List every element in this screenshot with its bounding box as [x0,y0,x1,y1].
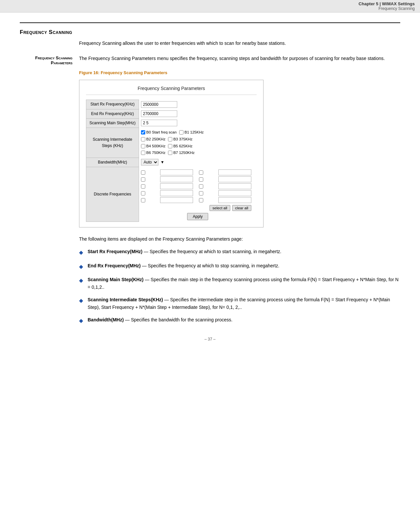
bullet-text-5: Bandwidth(MHz) — Specifies the bandwidth… [88,316,233,323]
checkbox-b1-input[interactable] [179,130,183,134]
checkbox-b7-label: B7 1250KHz [173,149,195,156]
discrete-label: Discrete Frequencies [86,167,139,222]
discrete-input-4a[interactable] [160,190,193,196]
checkbox-b2: B2 250KHz [141,136,165,143]
checkbox-b2-input[interactable] [141,137,145,141]
checkbox-b3-input[interactable] [168,137,172,141]
table-row: Discrete Frequencies [86,167,257,222]
bullet-emdash-2: — [142,263,148,268]
header-subtitle: Frequency Scanning [378,6,415,11]
bandwidth-select[interactable]: Auto [141,159,158,165]
discrete-grid [141,169,255,203]
discrete-input-2a[interactable] [160,176,193,182]
list-item: ◆ Bandwidth(MHz) — Specifies the bandwid… [79,316,400,325]
discrete-input-4b[interactable] [218,190,251,196]
list-item: ◆ End Rx Frequency(MHz) — Specifies the … [79,262,400,271]
bandwidth-value-cell: Auto ▼ [139,158,257,167]
discrete-input-3a[interactable] [160,183,193,189]
discrete-checkbox-5a[interactable] [141,198,145,202]
header-title: WiMAX Settings [382,1,415,6]
figure-title: Frequency Scanning Parameters [86,85,257,95]
discrete-input-5b[interactable] [218,197,251,203]
bullet-diamond-icon: ◆ [79,316,84,325]
bullet-desc-2: Specifies the frequency at which to stop… [148,263,279,268]
chapter-number: Chapter 5 [359,1,378,6]
checkbox-b1-label: B1 125KHz [184,129,204,136]
checkbox-b5-label: B5 625KHz [173,143,192,150]
table-row: Bandwidth(MHz) Auto ▼ [86,158,257,167]
bullet-diamond-icon: ◆ [79,276,84,285]
discrete-section: select all clear all Apply [141,169,255,220]
discrete-input-3b[interactable] [218,183,251,189]
discrete-checkbox-3b[interactable] [199,184,203,189]
table-row: Start Rx Frequency(KHz) [86,100,257,109]
bullet-desc-5: Specifies the bandwidth for the scanning… [131,317,232,322]
checkbox-b5: B5 625KHz [168,143,192,150]
discrete-checkbox-1b[interactable] [199,170,203,175]
bandwidth-dropdown-icon: ▼ [160,159,164,165]
discrete-checkbox-4b[interactable] [199,191,203,195]
bullet-term-4: Scanning Intermediate Steps(KHz) [88,297,163,302]
bullet-text-3: Scanning Main Step(KHz) — Specifies the … [88,276,400,291]
select-clear-row: select all clear all [141,205,255,211]
checkbox-b0: B0 Start freq scan [141,129,177,136]
scanning-main-step-input[interactable] [141,120,177,126]
checkbox-b7-input[interactable] [168,151,172,155]
list-item: ◆ Scanning Intermediate Steps(KHz) — Spe… [79,296,400,311]
scanning-main-step-label: Scanning Main Step(MHz) [86,118,139,128]
subsection-label: Frequency Scanning Parameters [20,55,72,227]
discrete-checkbox-4a[interactable] [141,191,145,195]
discrete-input-1a[interactable] [160,169,193,175]
bullet-diamond-icon: ◆ [79,262,84,271]
checkbox-row-2: B2 250KHz B3 375KHz [141,136,254,143]
bullet-list: ◆ Start Rx Frequency(MHz) — Specifies th… [79,248,400,325]
checkbox-b6-label: B6 750KHz [146,149,165,156]
discrete-input-5a[interactable] [160,197,193,203]
checkbox-b0-input[interactable] [141,130,145,134]
section-title: Frequency Scanning [20,29,400,36]
discrete-checkbox-5b[interactable] [199,198,203,202]
bullet-emdash-3: — [145,277,151,282]
checkbox-b3: B3 375KHz [168,136,192,143]
bullet-text-4: Scanning Intermediate Steps(KHz) — Speci… [88,296,400,311]
scanning-steps-area: B0 Start freq scan B1 125KHz [141,129,254,156]
bullet-desc-1: Specifies the frequency at which to star… [150,249,281,254]
checkbox-b4-input[interactable] [141,144,145,148]
table-row: Scanning Intermediate Steps (KHz) B0 Sta… [86,128,257,158]
discrete-checkbox-1a[interactable] [141,170,145,175]
subsection-content: The Frequency Scanning Parameters menu s… [79,55,400,227]
discrete-input-2b[interactable] [218,176,251,182]
checkbox-b5-input[interactable] [168,144,172,148]
checkbox-b0-label: B0 Start freq scan [146,129,177,136]
discrete-checkbox-3a[interactable] [141,184,145,189]
start-rx-input[interactable] [141,101,177,108]
subsection-label-text: Frequency Scanning Parameters [35,55,72,65]
list-item: ◆ Start Rx Frequency(MHz) — Specifies th… [79,248,400,257]
checkbox-row-3: B4 500KHz B5 625KHz [141,143,254,150]
header-bar: Chapter 5 | WiMAX Settings Frequency Sca… [0,0,420,13]
list-item: ◆ Scanning Main Step(KHz) — Specifies th… [79,276,400,291]
select-all-button[interactable]: select all [210,205,230,211]
header-pipe: | [379,1,381,6]
figure-box: Frequency Scanning Parameters Start Rx F… [79,80,264,227]
bullet-diamond-icon: ◆ [79,296,84,305]
bandwidth-label: Bandwidth(MHz) [86,158,139,167]
section-divider [20,22,400,23]
discrete-checkbox-2a[interactable] [141,177,145,182]
following-text: The following items are displayed on the… [79,235,400,243]
bullet-text-2: End Rx Frequency(MHz) — Specifies the fr… [88,262,279,269]
bullet-term-3: Scanning Main Step(KHz) [88,277,144,282]
apply-button[interactable]: Apply [187,213,208,220]
checkbox-b6-input[interactable] [141,151,145,155]
bullet-diamond-icon: ◆ [79,248,84,257]
clear-all-button[interactable]: clear all [232,205,251,211]
end-rx-input[interactable] [141,110,177,117]
table-row: End Rx Frequency(KHz) [86,109,257,118]
bullet-term-2: End Rx Frequency(MHz) [88,263,141,268]
bullet-term-1: Start Rx Frequency(MHz) [88,249,142,254]
discrete-input-1b[interactable] [218,169,251,175]
discrete-checkbox-2b[interactable] [199,177,203,182]
figure-caption: Figure 16: Frequency Scanning Parameters [79,70,400,76]
bullet-term-5: Bandwidth(MHz) [88,317,124,322]
checkbox-b1: B1 125KHz [179,129,204,136]
